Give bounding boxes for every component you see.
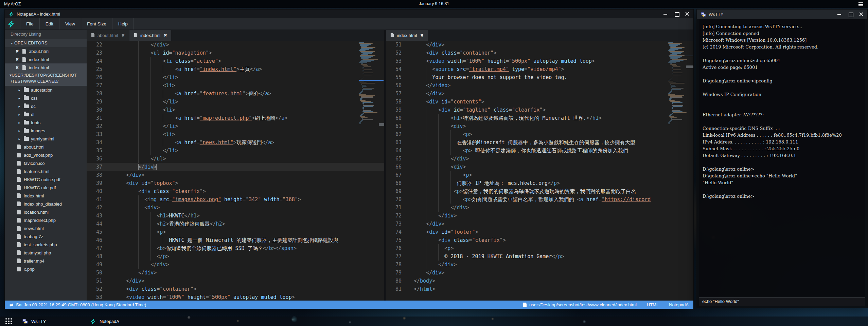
code-line[interactable]: 65 </div> <box>386 155 693 163</box>
notepada-titlebar[interactable]: NotepadA - index.html <box>5 9 693 18</box>
open-editors-section[interactable]: ▾ OPEN EDITORS <box>5 39 87 47</box>
code-line[interactable]: 73 </div> <box>386 220 693 228</box>
code-line[interactable]: 61 <div> <box>386 122 693 130</box>
hamburger-menu-icon[interactable] <box>858 2 863 7</box>
tree-folder-css[interactable]: ▸css <box>5 94 87 102</box>
tree-file-item[interactable]: trailer.mp4 <box>5 257 87 265</box>
tree-file-item[interactable]: about.html <box>5 143 87 151</box>
code-line[interactable]: 75 <div class="clearfix"> <box>386 236 693 244</box>
code-line[interactable]: 53 <video width="100%" height="500px" au… <box>386 57 693 65</box>
code-line[interactable]: 31 <a href="mapredirect.php">網上地圖</a> <box>87 114 384 122</box>
code-line[interactable]: 72 </div> <box>386 212 693 220</box>
code-line[interactable]: 26 </li> <box>87 73 384 81</box>
tree-file-item[interactable]: mapredirect.php <box>5 216 87 224</box>
editor-tab[interactable]: index.html✖ <box>386 30 428 41</box>
open-editor-item[interactable]: ✖index.html <box>5 55 87 63</box>
code-line[interactable]: 71 </div> <box>386 204 693 212</box>
code-line[interactable]: 47 <b>你知道我們全線伺服器已轉用 SSD 了嗎？</b></span> <box>87 244 384 252</box>
scrollbar-thumb[interactable] <box>379 123 386 126</box>
workspace-root-item[interactable]: ▾USER:/DESKTOP/SCREENSHOT /TEST/WWW CLEA… <box>5 72 87 86</box>
code-line[interactable]: 25 <a href="index.html">主頁</a> <box>87 65 384 73</box>
tree-file-item[interactable]: x.php <box>5 265 87 273</box>
code-line[interactable]: 44 <h2>香港的建築伺服器</h2> <box>87 220 384 228</box>
code-line[interactable]: 35 </li> <box>87 147 384 155</box>
terminal-input[interactable]: echo "Hello World" <box>699 297 865 306</box>
minimize-button[interactable] <box>663 12 668 16</box>
code-line[interactable]: 76 <p> <box>386 244 693 252</box>
editor-tab[interactable]: about.html✖ <box>87 30 129 41</box>
code-line[interactable]: 59 <div id="tagline" class="clearfix"> <box>386 106 693 114</box>
code-line[interactable]: 66 <div> <box>386 163 693 171</box>
code-line[interactable]: 50 </div> <box>87 269 384 277</box>
code-line[interactable]: 40 <div class="clearfix"> <box>87 187 384 195</box>
code-line[interactable]: 51</div> <box>87 277 384 285</box>
close-button[interactable] <box>859 12 863 16</box>
close-icon[interactable]: ✖ <box>16 57 20 62</box>
minimap-left[interactable] <box>359 42 384 124</box>
code-line[interactable]: 34 <a href="news.html">玩家傳送門</a> <box>87 138 384 147</box>
tree-file-item[interactable]: testmysql.php <box>5 249 87 257</box>
code-line[interactable]: 77 © 2018 - 2019 HKWTC Animation Gamer</… <box>386 252 693 261</box>
minimap-right[interactable] <box>668 42 693 124</box>
tree-file-item[interactable]: teabag.7z <box>5 232 87 241</box>
tree-folder-autostation[interactable]: ▸autostation <box>5 86 87 94</box>
code-line[interactable]: 24 <li class="active"> <box>87 57 384 65</box>
scrollbar-thumb[interactable] <box>686 65 693 68</box>
tree-file-item[interactable]: features.html <box>5 167 87 175</box>
code-line[interactable]: 68 伺服器 IP 地址為： mcs.hkwtc.org</p> <box>386 179 693 187</box>
tree-folder-dc[interactable]: ▸dc <box>5 102 87 110</box>
taskbar-item-notepada[interactable]: NotepadA <box>87 317 123 326</box>
tree-file-item[interactable]: index.php_disabled <box>5 200 87 208</box>
code-line[interactable]: 28 <a href="features.html">簡介</a> <box>87 90 384 98</box>
code-line[interactable]: 30 <li> <box>87 106 384 114</box>
code-line[interactable]: 55 Your browser does not support the vid… <box>386 73 693 81</box>
code-line[interactable]: 43 <h1>HKWTC</h1> <box>87 212 384 220</box>
menu-font-size[interactable]: Font Size <box>81 18 112 30</box>
menu-view[interactable]: View <box>59 18 81 30</box>
code-line[interactable]: 53<video width="100%" height="500px" aut… <box>87 293 384 301</box>
code-line[interactable]: 56 </video> <box>386 81 693 90</box>
code-line[interactable]: 23 <ul id="navigation"> <box>87 49 384 57</box>
code-line[interactable]: 74 <div id="footer"> <box>386 228 693 236</box>
editor-tab[interactable]: index.html✖ <box>129 30 171 41</box>
tree-file-item[interactable]: add_vhost.php <box>5 151 87 159</box>
terminal-output[interactable]: [info] Conencting to arozos WsTTY servic… <box>699 19 865 297</box>
wstty-titlebar[interactable]: WsTTY <box>697 9 867 19</box>
menu-edit[interactable]: Edit <box>39 18 59 30</box>
menu-help[interactable]: Help <box>112 18 134 30</box>
code-line[interactable]: 62 <p> <box>386 130 693 138</box>
code-line[interactable]: 51 </div> <box>386 41 693 49</box>
code-line[interactable]: 41 <img src="images/box.png" height="342… <box>87 195 384 204</box>
code-line[interactable]: 37 </div> <box>87 163 384 171</box>
open-editor-item[interactable]: ✖about.html <box>5 47 87 55</box>
code-line[interactable]: 42 <div> <box>87 204 384 212</box>
code-line[interactable]: 27 <li> <box>87 81 384 90</box>
tree-folder-fonts[interactable]: ▸fonts <box>5 118 87 127</box>
code-line[interactable]: 22 </div> <box>87 41 384 49</box>
code-line[interactable]: 52 <div class="container"> <box>386 49 693 57</box>
code-line[interactable]: 58 <div id="contents"> <box>386 98 693 106</box>
menu-file[interactable]: File <box>20 18 39 30</box>
code-line[interactable]: 60 <h1>特別為建築及鐵路而設，現代化的 Minecraft 世界.</h1… <box>386 114 693 122</box>
tree-file-item[interactable]: index.html <box>5 192 87 200</box>
code-line[interactable]: 54 <source src="trailer.mp4" type="video… <box>386 65 693 73</box>
app-launcher-icon[interactable] <box>5 318 12 324</box>
tree-folder-dl[interactable]: ▸dl <box>5 110 87 118</box>
code-line[interactable]: 48 </p> <box>87 252 384 261</box>
code-line[interactable]: 36 </ul> <box>87 155 384 163</box>
open-editor-item[interactable]: ✖index.html <box>5 63 87 72</box>
tree-file-item[interactable]: HKWTC rule.pdf <box>5 184 87 192</box>
tab-close-icon[interactable]: ✖ <box>420 33 423 38</box>
tab-close-icon[interactable]: ✖ <box>164 33 167 38</box>
tree-file-item[interactable]: favicon.ico <box>5 159 87 167</box>
taskbar-item-wstty[interactable]: WsTTY <box>19 317 49 326</box>
tree-file-item[interactable]: HKWTC notice.pdf <box>5 175 87 184</box>
close-button[interactable] <box>685 12 689 16</box>
code-line[interactable]: 79 </div> <box>386 269 693 277</box>
tab-close-icon[interactable]: ✖ <box>122 33 125 38</box>
code-line[interactable]: 81</html> <box>386 285 693 293</box>
code-editor-right[interactable]: 51 </div>52 <div class="container">53 <v… <box>386 41 693 301</box>
tree-folder-yamiyamimi[interactable]: ▸yamiyamimi <box>5 135 87 143</box>
code-line[interactable]: 57 </div> <box>386 90 693 98</box>
code-editor-left[interactable]: 22 </div>23 <ul id="navigation">24 <li c… <box>87 41 384 301</box>
